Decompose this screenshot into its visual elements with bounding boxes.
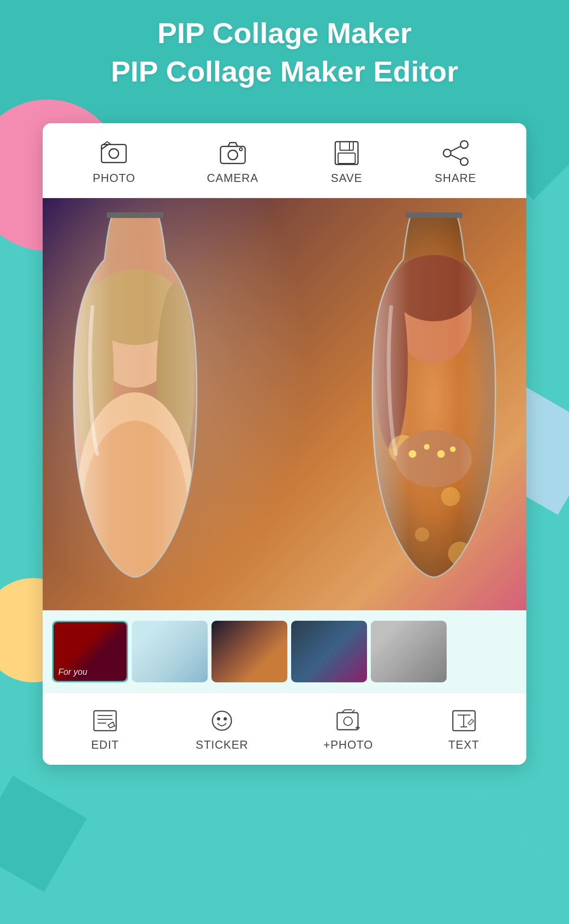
top-toolbar: PHOTO CAMERA S [43, 123, 526, 198]
svg-point-11 [460, 158, 468, 165]
sticker-icon [207, 707, 238, 734]
thumbnail-2[interactable] [132, 621, 208, 682]
thumbnail-3[interactable] [211, 621, 287, 682]
image-area [43, 198, 526, 610]
svg-point-44 [224, 717, 226, 720]
title-line1: PIP Collage Maker [157, 17, 412, 49]
title-line2: PIP Collage Maker Editor [111, 55, 459, 88]
svg-point-46 [344, 717, 352, 725]
toolbar-camera-label: CAMERA [207, 172, 258, 185]
camera-icon [216, 138, 249, 167]
add-photo-icon [333, 707, 364, 734]
toolbar-camera[interactable]: CAMERA [207, 138, 258, 185]
thumbnail-5[interactable] [371, 621, 447, 682]
photo-icon [97, 138, 130, 167]
svg-rect-2 [220, 146, 245, 163]
thumbnail-4[interactable] [291, 621, 367, 682]
toolbar-save-label: SAVE [331, 172, 362, 185]
share-icon [439, 138, 472, 167]
svg-line-13 [451, 155, 460, 160]
bottom-text[interactable]: TEXT [448, 707, 479, 752]
svg-rect-22 [107, 212, 164, 218]
bottom-sticker-label: STICKER [196, 738, 248, 752]
thumbnail-strip: For you [43, 610, 526, 693]
svg-rect-37 [405, 212, 462, 218]
toolbar-photo[interactable]: PHOTO [92, 138, 135, 185]
header-title: PIP Collage Maker PIP Collage Maker Edit… [0, 14, 569, 91]
thumb-label-1: For you [58, 667, 87, 677]
bottle-left [66, 212, 204, 587]
svg-rect-6 [340, 142, 353, 150]
bottle-right [365, 212, 503, 587]
bottom-add-photo-label: +PHOTO [323, 738, 373, 752]
toolbar-share[interactable]: SHARE [435, 138, 477, 185]
toolbar-photo-label: PHOTO [92, 172, 135, 185]
decorative-shape-teal-bottom2 [0, 776, 87, 892]
main-card: PHOTO CAMERA S [43, 123, 526, 765]
thumbnail-1[interactable]: For you [52, 621, 128, 682]
svg-point-4 [239, 148, 242, 151]
svg-point-10 [443, 149, 451, 157]
svg-line-12 [451, 146, 460, 151]
toolbar-share-label: SHARE [435, 172, 477, 185]
svg-point-1 [109, 149, 119, 158]
svg-point-42 [212, 711, 231, 730]
bottom-edit-label: EDIT [91, 738, 119, 752]
toolbar-save[interactable]: SAVE [330, 138, 363, 185]
bottom-edit[interactable]: EDIT [90, 707, 120, 752]
save-icon [330, 138, 363, 167]
svg-point-43 [217, 717, 220, 720]
svg-point-3 [228, 150, 238, 160]
svg-point-9 [460, 141, 468, 148]
svg-rect-45 [337, 713, 358, 730]
thumb-inner-3 [211, 621, 287, 682]
bottom-add-photo[interactable]: +PHOTO [323, 707, 373, 752]
thumb-inner-5 [371, 621, 447, 682]
svg-rect-38 [94, 711, 116, 731]
thumb-inner-4 [291, 621, 367, 682]
bottom-toolbar: EDIT STICKER [43, 693, 526, 765]
bottom-sticker[interactable]: STICKER [196, 707, 248, 752]
bottom-text-label: TEXT [448, 738, 479, 752]
edit-icon [90, 707, 120, 734]
svg-rect-7 [338, 153, 355, 163]
thumb-inner-2 [132, 621, 208, 682]
text-icon [449, 707, 479, 734]
